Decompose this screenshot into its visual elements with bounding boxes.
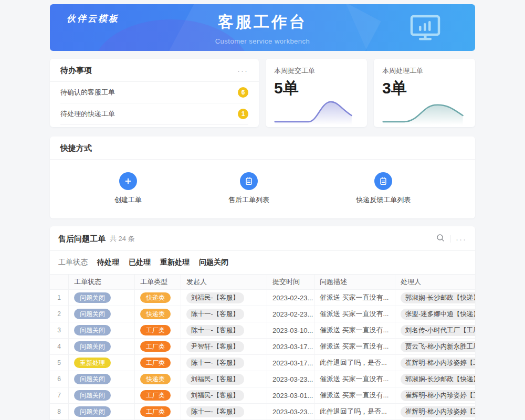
table-row[interactable]: 6 问题关闭 快递类 刘福民-【客服】 2023-03-23... 催派送 买家… bbox=[50, 371, 475, 387]
worksheet-count: 共 24 条 bbox=[110, 234, 135, 244]
initiator-tag: 刘福民-【客服】 bbox=[186, 292, 244, 303]
cell-description: 催派送 买家一直没有... bbox=[314, 387, 395, 403]
cell-type: 工厂类 bbox=[135, 387, 181, 403]
cell-submit-time: 2023-02-23... bbox=[267, 290, 314, 306]
handler-tag: 郭淑娴-长沙邮政【快递】 bbox=[401, 292, 475, 303]
status-badge: 问题关闭 bbox=[74, 390, 111, 401]
cell-description: 催派送 买家一直没有... bbox=[314, 306, 395, 322]
filter-field-label: 工单状态 bbox=[58, 258, 88, 267]
cell-status: 问题关闭 bbox=[69, 371, 135, 387]
cell-status: 问题关闭 bbox=[69, 306, 135, 322]
col-header-type: 工单类型 bbox=[135, 275, 181, 289]
tools-divider bbox=[450, 235, 450, 243]
summary-row: 待办事项 ··· 待确认的客服工单 6 待处理的快递工单 1 本周提交工单 5单 bbox=[50, 59, 475, 127]
cell-initiator: 尹智轩-【客服】 bbox=[181, 339, 267, 354]
status-badge: 问题关闭 bbox=[74, 292, 111, 303]
table-row[interactable]: 8 问题关闭 工厂类 陈十一-【客服】 2023-03-23... 此件退回了吗… bbox=[50, 404, 475, 420]
status-badge: 问题关闭 bbox=[74, 374, 111, 384]
cell-submit-time: 2023-03-10... bbox=[267, 322, 314, 338]
col-header-index bbox=[50, 275, 69, 289]
cell-description: 催派送 买家一直没有... bbox=[314, 290, 395, 306]
cell-status: 重新处理 bbox=[69, 355, 135, 371]
cell-initiator: 陈十一-【客服】 bbox=[181, 322, 267, 338]
cell-initiator: 陈十一-【客服】 bbox=[181, 306, 267, 322]
sparkline-teal bbox=[379, 94, 470, 127]
worksheet-title: 售后问题工单 bbox=[58, 234, 106, 244]
status-badge: 问题关闭 bbox=[74, 341, 111, 352]
more-icon[interactable]: ··· bbox=[456, 235, 467, 243]
shortcut-aftersale-list[interactable]: 售后工单列表 bbox=[228, 172, 269, 205]
filter-option[interactable]: 待处理 bbox=[97, 258, 119, 267]
cell-submit-time: 2023-03-23... bbox=[267, 404, 314, 419]
status-badge: 重新处理 bbox=[74, 358, 111, 368]
table-row[interactable]: 3 问题关闭 工厂类 陈十一-【客服】 2023-03-10... 催派送 买家… bbox=[50, 322, 475, 339]
handler-tag: 贾云飞-棉小内新永胜工厂【工厂】 bbox=[401, 341, 475, 352]
header-banner: 伙伴云模板 客服工作台 Customer service workbench bbox=[50, 4, 475, 51]
cell-status: 问题关闭 bbox=[69, 290, 135, 306]
col-header-time: 提交时间 bbox=[267, 275, 314, 289]
type-badge: 快递类 bbox=[140, 309, 171, 319]
cell-type: 快递类 bbox=[135, 306, 181, 322]
cell-description: 催派送 买家一直没有... bbox=[314, 322, 395, 338]
cell-handler: 郭淑娴-长沙邮政【快递】 bbox=[395, 371, 475, 387]
table-row[interactable]: 2 问题关闭 快递类 陈十一-【客服】 2023-02-23... 催派送 买家… bbox=[50, 306, 475, 322]
filter-option[interactable]: 问题关闭 bbox=[199, 258, 228, 267]
cell-description: 此件退回了吗，是否... bbox=[314, 355, 395, 371]
handler-tag: 崔辉明-棉小内珍姿婷【工厂】 bbox=[401, 390, 475, 401]
shortcut-express-feedback-list[interactable]: 快递反馈工单列表 bbox=[356, 172, 411, 205]
stat-card-handled: 本周处理工单 3单 bbox=[374, 59, 475, 127]
cell-description: 催派送 买家一直没有... bbox=[314, 371, 395, 387]
row-index: 5 bbox=[50, 355, 69, 371]
initiator-tag: 尹智轩-【客服】 bbox=[186, 341, 244, 352]
type-badge: 工厂类 bbox=[140, 358, 171, 368]
cell-handler: 崔辉明-棉小内珍姿婷【工厂】 bbox=[395, 355, 475, 371]
sparkline-purple bbox=[271, 94, 362, 127]
row-index: 2 bbox=[50, 306, 69, 322]
cell-type: 快递类 bbox=[135, 290, 181, 306]
type-badge: 快递类 bbox=[140, 292, 171, 303]
search-icon[interactable] bbox=[436, 234, 445, 244]
filter-option[interactable]: 已处理 bbox=[129, 258, 151, 267]
todo-list-item[interactable]: 待确认的客服工单 6 bbox=[60, 82, 248, 103]
filter-bar: 工单状态 待处理已处理重新处理问题关闭 bbox=[50, 251, 475, 274]
row-index: 8 bbox=[50, 404, 69, 419]
cell-handler: 张盟-迷多娜中通【快递】 bbox=[395, 306, 475, 322]
worksheet-tools: ··· bbox=[436, 234, 467, 244]
cell-initiator: 刘福民-【客服】 bbox=[181, 371, 267, 387]
cell-type: 工厂类 bbox=[135, 322, 181, 338]
initiator-tag: 陈十一-【客服】 bbox=[186, 325, 244, 336]
todo-list-item[interactable]: 待处理的快递工单 1 bbox=[60, 103, 248, 125]
shortcut-label: 售后工单列表 bbox=[228, 195, 269, 205]
cell-status: 问题关闭 bbox=[69, 322, 135, 338]
cell-submit-time: 2023-03-01... bbox=[267, 387, 314, 403]
cell-initiator: 陈十一-【客服】 bbox=[181, 404, 267, 419]
row-index: 3 bbox=[50, 322, 69, 338]
handler-tag: 崔辉明-棉小内珍姿婷【工厂】 bbox=[401, 358, 475, 369]
cell-status: 问题关闭 bbox=[69, 339, 135, 354]
cell-handler: 贾云飞-棉小内新永胜工厂【工厂】 bbox=[395, 339, 475, 354]
shortcut-create-ticket[interactable]: 创建工单 bbox=[114, 172, 142, 205]
table-row[interactable]: 1 问题关闭 快递类 刘福民-【客服】 2023-02-23... 催派送 买家… bbox=[50, 290, 475, 306]
table-row[interactable]: 7 问题关闭 工厂类 刘福民-【客服】 2023-03-01... 催派送 买家… bbox=[50, 387, 475, 404]
table-row[interactable]: 4 问题关闭 工厂类 尹智轩-【客服】 2023-03-17... 催派送 买家… bbox=[50, 339, 475, 355]
type-badge: 快递类 bbox=[140, 374, 171, 384]
cell-handler: 郭淑娴-长沙邮政【快递】 bbox=[395, 290, 475, 306]
cell-handler: 刘名传-小时代工厂【工厂】 bbox=[395, 322, 475, 338]
filter-option[interactable]: 重新处理 bbox=[160, 258, 190, 267]
col-header-initiator: 发起人 bbox=[181, 275, 267, 289]
cell-description: 催派送 买家一直没有... bbox=[314, 339, 395, 354]
type-badge: 工厂类 bbox=[140, 406, 171, 417]
more-icon[interactable]: ··· bbox=[237, 67, 248, 75]
stat-label: 本周处理工单 bbox=[382, 66, 467, 76]
handler-tag: 郭淑娴-长沙邮政【快递】 bbox=[401, 374, 475, 385]
todo-card-header: 待办事项 ··· bbox=[50, 59, 259, 82]
shortcut-label: 快递反馈工单列表 bbox=[356, 195, 411, 205]
plus-icon bbox=[119, 172, 137, 190]
type-badge: 工厂类 bbox=[140, 325, 171, 335]
table-row[interactable]: 5 重新处理 工厂类 陈十一-【客服】 2023-03-17... 此件退回了吗… bbox=[50, 355, 475, 371]
type-badge: 工厂类 bbox=[140, 390, 171, 401]
initiator-tag: 陈十一-【客服】 bbox=[186, 406, 244, 417]
stat-label: 本周提交工单 bbox=[274, 66, 359, 76]
cell-status: 问题关闭 bbox=[69, 387, 135, 403]
status-badge: 问题关闭 bbox=[74, 406, 111, 417]
